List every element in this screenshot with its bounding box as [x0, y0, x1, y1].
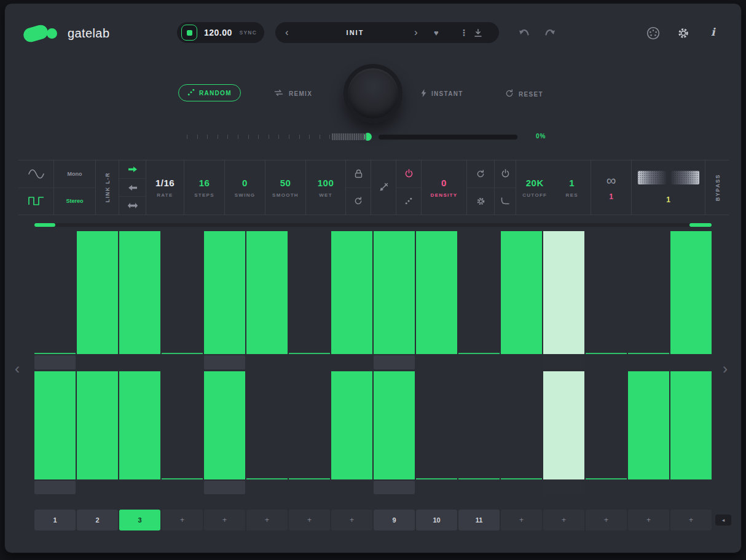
left-channel-step-11[interactable]	[458, 231, 500, 354]
filter-slope-icon[interactable]	[495, 187, 516, 215]
pattern-slot-5[interactable]: +	[204, 510, 245, 530]
info-icon[interactable]: i	[711, 26, 715, 38]
right-channel-step-1[interactable]	[34, 371, 76, 479]
loop-cell[interactable]: ∞ 1	[591, 160, 632, 215]
link-lr-toggle[interactable]: LINK L-R	[96, 160, 119, 215]
pattern-slot-10[interactable]: 10	[416, 510, 457, 530]
step-offset-handle-15[interactable]	[628, 355, 669, 369]
next-preset-button[interactable]: ›	[414, 23, 418, 42]
density-power-icon[interactable]	[396, 160, 421, 187]
cycle-icon[interactable]	[346, 187, 371, 215]
left-channel-step-4[interactable]	[162, 231, 203, 354]
settings-gear-icon[interactable]	[677, 27, 689, 39]
right-channel-step-10[interactable]	[416, 371, 457, 479]
pattern-slot-4[interactable]: +	[162, 510, 203, 530]
save-preset-icon[interactable]	[474, 22, 482, 43]
step-offset-handle-5[interactable]	[204, 355, 245, 369]
smooth-control[interactable]: 50 SMOOTH	[265, 160, 306, 215]
left-channel-step-8[interactable]	[331, 231, 372, 354]
undo-icon[interactable]	[519, 28, 531, 37]
right-channel-step-13[interactable]	[543, 371, 584, 479]
step-offset-handle-8[interactable]	[331, 481, 372, 494]
left-channel-step-14[interactable]	[586, 231, 627, 354]
pattern-slot-12[interactable]: +	[501, 510, 542, 530]
right-channel-step-11[interactable]	[458, 371, 500, 479]
left-channel-step-10[interactable]	[416, 231, 457, 354]
resonance-control[interactable]: 1 RES	[554, 178, 591, 198]
right-channel-step-4[interactable]	[162, 371, 203, 479]
step-offset-handle-2[interactable]	[77, 355, 118, 369]
randomize-knob[interactable]	[344, 64, 402, 123]
left-channel-step-6[interactable]	[246, 231, 288, 354]
direction-backward-button[interactable]	[119, 178, 146, 197]
step-offset-handle-9[interactable]	[374, 355, 415, 369]
step-offset-handle-11[interactable]	[458, 481, 500, 494]
texture-swatch-left[interactable]	[638, 171, 666, 184]
step-offset-handle-9[interactable]	[374, 481, 415, 494]
square-shape-button[interactable]	[18, 187, 53, 215]
pattern-slot-8[interactable]: +	[331, 510, 372, 530]
mono-button[interactable]: Mono	[54, 160, 95, 187]
step-offset-handle-4[interactable]	[162, 481, 203, 494]
pattern-slot-7[interactable]: +	[289, 510, 330, 530]
lock-icon[interactable]	[346, 160, 371, 187]
right-channel-step-3[interactable]	[119, 371, 160, 479]
density-control[interactable]: 0 DENSITY	[422, 160, 467, 215]
stereo-button[interactable]: Stereo	[54, 187, 95, 215]
step-offset-handle-16[interactable]	[670, 481, 712, 494]
left-channel-step-1[interactable]	[34, 231, 76, 354]
bypass-toggle[interactable]: BYPASS	[705, 160, 730, 215]
right-channel-step-9[interactable]	[374, 371, 415, 479]
range-end-handle[interactable]	[689, 223, 712, 227]
pattern-slot-6[interactable]: +	[246, 510, 288, 530]
pattern-slot-9[interactable]: 9	[374, 510, 415, 530]
randomize-exclude-button[interactable]	[371, 160, 396, 215]
stop-button[interactable]	[181, 25, 197, 41]
sync-toggle[interactable]: SYNC	[240, 22, 257, 43]
pattern-slot-15[interactable]: +	[628, 510, 669, 530]
filter-cycle-icon[interactable]	[467, 160, 494, 187]
range-start-handle[interactable]	[34, 223, 55, 227]
pattern-slot-16[interactable]: +	[670, 510, 712, 530]
pattern-slot-13[interactable]: +	[543, 510, 584, 530]
texture-swatch-right[interactable]	[671, 171, 699, 184]
rate-control[interactable]: 1/16 RATE	[146, 160, 184, 215]
prev-preset-button[interactable]: ‹	[285, 23, 289, 42]
step-offset-handle-6[interactable]	[246, 481, 288, 494]
step-offset-handle-7[interactable]	[289, 355, 330, 369]
step-offset-handle-13[interactable]	[543, 355, 584, 369]
step-offset-handle-16[interactable]	[670, 355, 712, 369]
direction-pingpong-button[interactable]	[119, 196, 146, 215]
step-offset-handle-10[interactable]	[416, 355, 457, 369]
right-channel-step-8[interactable]	[331, 371, 372, 479]
left-channel-step-2[interactable]	[77, 231, 118, 354]
pattern-slot-2[interactable]: 2	[77, 510, 118, 530]
next-variation-chevron[interactable]: ›	[723, 361, 728, 376]
remix-button[interactable]: REMIX	[273, 89, 312, 98]
right-channel-step-15[interactable]	[628, 371, 669, 479]
cutoff-control[interactable]: 20K CUTOFF	[516, 178, 554, 198]
step-offset-handle-13[interactable]	[543, 481, 584, 494]
step-offset-handle-11[interactable]	[458, 355, 500, 369]
instant-button[interactable]: INSTANT	[421, 89, 463, 98]
left-channel-step-9[interactable]	[374, 231, 415, 354]
direction-forward-button[interactable]	[119, 160, 146, 178]
reset-button[interactable]: RESET	[505, 89, 543, 99]
left-channel-step-12[interactable]	[501, 231, 542, 354]
right-channel-step-16[interactable]	[670, 371, 712, 479]
pattern-slot-1[interactable]: 1	[34, 510, 76, 530]
step-offset-handle-14[interactable]	[586, 481, 627, 494]
step-offset-handle-7[interactable]	[289, 481, 330, 494]
step-offset-handle-4[interactable]	[162, 355, 203, 369]
sine-shape-button[interactable]	[18, 160, 53, 187]
pattern-slot-11[interactable]: 11	[458, 510, 500, 530]
step-offset-handle-8[interactable]	[331, 355, 372, 369]
pattern-slot-14[interactable]: +	[586, 510, 627, 530]
step-offset-handle-10[interactable]	[416, 481, 457, 494]
step-offset-handle-3[interactable]	[119, 481, 160, 494]
steps-control[interactable]: 16 STEPS	[184, 160, 225, 215]
preset-name[interactable]: INIT	[294, 22, 417, 43]
step-offset-handle-12[interactable]	[501, 481, 542, 494]
randomize-amount-slider[interactable]	[178, 130, 547, 144]
step-offset-handle-14[interactable]	[586, 355, 627, 369]
